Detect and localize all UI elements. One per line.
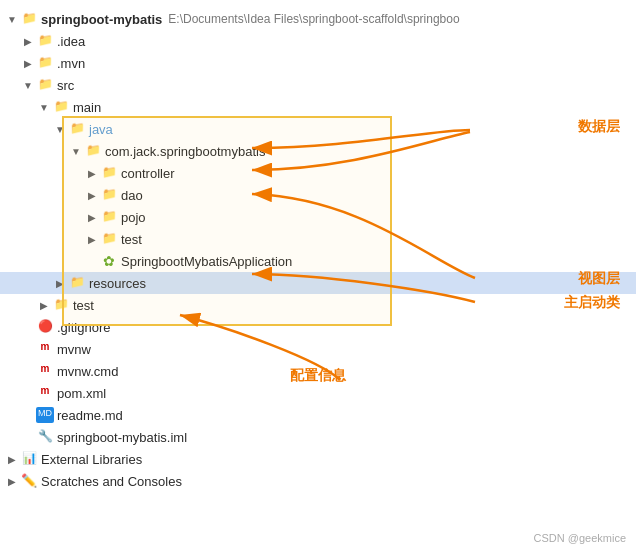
tree-item-controller[interactable]: 📁 controller — [0, 162, 636, 184]
tree-item-extlib[interactable]: 📊 External Libraries — [0, 448, 636, 470]
mvnwcmd-icon: m — [36, 363, 54, 379]
dao-arrow — [84, 190, 100, 201]
mvnw-label: mvnw — [57, 342, 91, 357]
tree-item-iml[interactable]: 🔧 springboot-mybatis.iml — [0, 426, 636, 448]
pom-label: pom.xml — [57, 386, 106, 401]
tree-item-com[interactable]: 📁 com.jack.springbootmybatis — [0, 140, 636, 162]
tree-item-gitignore[interactable]: 🔴 .gitignore — [0, 316, 636, 338]
java-label: java — [89, 122, 113, 137]
com-folder-icon: 📁 — [84, 143, 102, 159]
test-label: test — [121, 232, 142, 247]
resources-arrow — [52, 278, 68, 289]
tree-item-app[interactable]: ✿ SpringbootMybatisApplication — [0, 250, 636, 272]
app-spring-icon: ✿ — [100, 253, 118, 269]
scratches-icon: ✏️ — [20, 473, 38, 489]
scratches-arrow — [4, 476, 20, 487]
readme-icon: MD — [36, 407, 54, 423]
tree-item-resources[interactable]: 📁 resources — [0, 272, 636, 294]
annotation-peizhi: 配置信息 — [290, 367, 346, 385]
pojo-label: pojo — [121, 210, 146, 225]
tree-item-java[interactable]: 📁 java — [0, 118, 636, 140]
tree-item-dao[interactable]: 📁 dao — [0, 184, 636, 206]
app-label: SpringbootMybatisApplication — [121, 254, 292, 269]
tree-item-main[interactable]: 📁 main — [0, 96, 636, 118]
root-folder-icon: 📁 — [20, 11, 38, 27]
pojo-arrow — [84, 212, 100, 223]
test-arrow — [84, 234, 100, 245]
tree-item-test[interactable]: 📁 test — [0, 228, 636, 250]
mvn-arrow — [20, 58, 36, 69]
annotation-shujuceng: 数据层 — [578, 118, 620, 136]
scratches-label: Scratches and Consoles — [41, 474, 182, 489]
tree-item-mvnw[interactable]: m mvnw — [0, 338, 636, 360]
idea-label: .idea — [57, 34, 85, 49]
tree-root[interactable]: 📁 springboot-mybatis E:\Documents\Idea F… — [0, 8, 636, 30]
main-folder-icon: 📁 — [52, 99, 70, 115]
idea-folder-icon: 📁 — [36, 33, 54, 49]
main-label: main — [73, 100, 101, 115]
mvnwcmd-label: mvnw.cmd — [57, 364, 118, 379]
annotation-qidongclass: 主启动类 — [564, 294, 620, 312]
root-label: springboot-mybatis — [41, 12, 162, 27]
test2-folder-icon: 📁 — [52, 297, 70, 313]
root-arrow — [4, 14, 20, 25]
gitignore-label: .gitignore — [57, 320, 110, 335]
tree-item-pom[interactable]: m pom.xml — [0, 382, 636, 404]
mvn-folder-icon: 📁 — [36, 55, 54, 71]
readme-label: readme.md — [57, 408, 123, 423]
dao-folder-icon: 📁 — [100, 187, 118, 203]
watermark: CSDN @geekmice — [534, 532, 626, 544]
test2-arrow — [36, 300, 52, 311]
tree-item-idea[interactable]: 📁 .idea — [0, 30, 636, 52]
resources-label: resources — [89, 276, 146, 291]
com-label: com.jack.springbootmybatis — [105, 144, 265, 159]
pom-icon: m — [36, 385, 54, 401]
resources-folder-icon: 📁 — [68, 275, 86, 291]
annotation-tujuceng: 视图层 — [578, 270, 620, 288]
mvnw-icon: m — [36, 341, 54, 357]
src-folder-icon: 📁 — [36, 77, 54, 93]
controller-label: controller — [121, 166, 174, 181]
mvn-label: .mvn — [57, 56, 85, 71]
extlib-label: External Libraries — [41, 452, 142, 467]
src-label: src — [57, 78, 74, 93]
extlib-icon: 📊 — [20, 451, 38, 467]
idea-arrow — [20, 36, 36, 47]
main-arrow — [36, 102, 52, 113]
extlib-arrow — [4, 454, 20, 465]
java-folder-icon: 📁 — [68, 121, 86, 137]
iml-icon: 🔧 — [36, 429, 54, 445]
tree-item-src[interactable]: 📁 src — [0, 74, 636, 96]
root-path: E:\Documents\Idea Files\springboot-scaff… — [168, 12, 459, 26]
test2-label: test — [73, 298, 94, 313]
pojo-folder-icon: 📁 — [100, 209, 118, 225]
controller-arrow — [84, 168, 100, 179]
controller-folder-icon: 📁 — [100, 165, 118, 181]
tree-item-scratches[interactable]: ✏️ Scratches and Consoles — [0, 470, 636, 492]
tree-item-readme[interactable]: MD readme.md — [0, 404, 636, 426]
java-arrow — [52, 124, 68, 135]
tree-item-mvn[interactable]: 📁 .mvn — [0, 52, 636, 74]
tree-item-test2[interactable]: 📁 test — [0, 294, 636, 316]
dao-label: dao — [121, 188, 143, 203]
gitignore-icon: 🔴 — [36, 319, 54, 335]
src-arrow — [20, 80, 36, 91]
com-arrow — [68, 146, 84, 157]
iml-label: springboot-mybatis.iml — [57, 430, 187, 445]
file-tree: 📁 springboot-mybatis E:\Documents\Idea F… — [0, 0, 636, 500]
test-folder-icon: 📁 — [100, 231, 118, 247]
tree-item-pojo[interactable]: 📁 pojo — [0, 206, 636, 228]
